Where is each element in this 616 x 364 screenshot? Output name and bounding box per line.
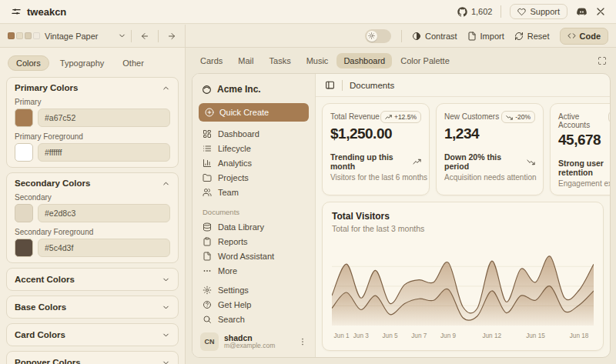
header-divider <box>342 80 343 91</box>
app-header: tweakcn 1,602 Support <box>0 0 616 24</box>
fullscreen-button[interactable] <box>596 55 608 67</box>
sidebar-item-word-assistant[interactable]: Word Assistant <box>199 249 309 263</box>
toggle-knob <box>367 31 377 42</box>
dashboard-preview: Acme Inc. Quick Create Dashboard Li <box>192 73 611 358</box>
primary-colors-title: Primary Colors <box>15 83 78 92</box>
primary-color-input[interactable] <box>38 109 170 127</box>
tab-music[interactable]: Music <box>300 53 336 68</box>
bar-chart-icon <box>203 159 212 168</box>
sidebar-item-team[interactable]: Team <box>199 185 309 199</box>
sidebar-item-label: Search <box>218 315 245 324</box>
github-stars-button[interactable]: 1,602 <box>457 7 493 17</box>
search-icon <box>203 315 212 324</box>
secondary-foreground-field-label: Secondary Foreground <box>15 228 170 236</box>
user-email: m@example.com <box>224 342 293 349</box>
sidebar-item-more[interactable]: More <box>199 263 309 278</box>
x-twitter-icon[interactable] <box>596 7 605 16</box>
trending-up-icon <box>413 158 421 166</box>
primary-foreground-color-input[interactable] <box>38 143 170 162</box>
sidebar-item-lifecycle[interactable]: Lifecycle <box>199 141 309 155</box>
tab-cards[interactable]: Cards <box>193 53 229 68</box>
secondary-foreground-color-input[interactable] <box>38 239 170 257</box>
base-colors-title: Base Colors <box>15 302 66 312</box>
quick-create-button[interactable]: Quick Create <box>199 103 309 122</box>
card-colors-header[interactable]: Card Colors <box>15 330 170 339</box>
base-colors-header[interactable]: Base Colors <box>15 302 170 312</box>
tab-typography[interactable]: Typography <box>52 56 112 70</box>
gear-icon <box>203 286 212 295</box>
import-button[interactable]: Import <box>467 32 504 41</box>
header-divider <box>500 5 501 18</box>
next-theme-button[interactable] <box>163 28 180 44</box>
org-logo-icon <box>202 85 212 95</box>
sidebar-item-get-help[interactable]: Get Help <box>199 297 309 312</box>
tab-color-palette[interactable]: Color Palette <box>393 53 457 68</box>
support-button[interactable]: Support <box>510 4 567 19</box>
sidebar-item-label: More <box>218 266 237 276</box>
tab-dashboard[interactable]: Dashboard <box>336 53 392 68</box>
dark-mode-toggle[interactable] <box>365 29 391 43</box>
chevron-down-icon <box>162 331 170 339</box>
chevron-down-icon <box>162 276 170 284</box>
trending-down-icon <box>527 158 535 166</box>
logo[interactable]: tweakcn <box>11 6 66 18</box>
code-button[interactable]: Code <box>560 28 609 45</box>
breadcrumb: Documents <box>350 81 394 90</box>
accent-colors-section: Accent Colors <box>6 268 179 291</box>
sidebar-footer: Settings Get Help Search CN <box>199 282 309 351</box>
tab-colors[interactable]: Colors <box>8 55 49 71</box>
contrast-button[interactable]: Contrast <box>412 32 457 41</box>
previous-theme-button[interactable] <box>136 28 153 44</box>
popover-colors-header[interactable]: Popover Colors <box>15 358 170 364</box>
secondary-colors-header[interactable]: Secondary Colors <box>15 179 170 188</box>
theme-swatch-3 <box>25 32 32 39</box>
dashboard-sidebar: Acme Inc. Quick Create Dashboard Li <box>192 74 316 357</box>
theme-selector[interactable]: Vintage Paper <box>0 25 186 47</box>
sidebar-item-label: Team <box>218 188 239 197</box>
users-icon <box>203 188 212 197</box>
sidebar-item-label: Word Assistant <box>218 252 274 261</box>
secondary-color-swatch[interactable] <box>15 204 33 222</box>
sidebar-toggle-icon[interactable] <box>325 80 335 90</box>
card-colors-title: Card Colors <box>15 330 65 339</box>
help-circle-icon <box>203 300 212 309</box>
sidebar-item-analytics[interactable]: Analytics <box>199 155 309 170</box>
sidebar-item-data-library[interactable]: Data Library <box>199 219 309 234</box>
trend-badge: +12.5% <box>380 111 421 123</box>
sidebar-item-projects[interactable]: Projects <box>199 170 309 185</box>
reset-button[interactable]: Reset <box>514 32 550 41</box>
import-label: Import <box>480 32 504 41</box>
toolbar-divider <box>131 30 132 42</box>
stat-value: 1,234 <box>444 125 535 142</box>
sidebar-item-settings[interactable]: Settings <box>199 282 309 297</box>
folder-icon <box>203 173 212 182</box>
sidebar-item-label: Projects <box>218 173 249 182</box>
primary-foreground-color-swatch[interactable] <box>15 143 33 162</box>
chart-area: Jun 1Jun 3Jun 5Jun 7Jun 9Jun 12Jun 15Jun… <box>332 238 594 348</box>
support-label: Support <box>530 7 560 16</box>
tab-other[interactable]: Other <box>115 56 152 70</box>
discord-icon[interactable] <box>576 6 588 18</box>
primary-colors-header[interactable]: Primary Colors <box>15 83 170 92</box>
sidebar-item-reports[interactable]: Reports <box>199 234 309 249</box>
stat-value: $1,250.00 <box>330 125 421 142</box>
more-vertical-icon <box>298 337 307 346</box>
github-icon <box>457 7 467 17</box>
tab-mail[interactable]: Mail <box>231 53 260 68</box>
dashboard-main: Documents Total Revenue +12.5% $1,250.00 <box>316 74 610 357</box>
svg-text:Jun 9: Jun 9 <box>440 332 457 339</box>
user-menu[interactable]: CN shadcn m@example.com <box>199 331 309 351</box>
tweakcn-logo-icon <box>10 6 22 17</box>
primary-color-swatch[interactable] <box>15 109 33 127</box>
sidebar-item-dashboard[interactable]: Dashboard <box>199 126 309 141</box>
secondary-color-input[interactable] <box>38 204 170 222</box>
sidebar-item-search[interactable]: Search <box>199 312 309 326</box>
arrow-right-icon <box>167 32 176 41</box>
sidebar-item-label: Lifecycle <box>218 144 251 153</box>
org-switcher[interactable]: Acme Inc. <box>199 81 309 98</box>
accent-colors-header[interactable]: Accent Colors <box>15 275 170 284</box>
svg-text:Jun 3: Jun 3 <box>353 332 370 339</box>
secondary-foreground-color-swatch[interactable] <box>15 239 33 257</box>
tab-tasks[interactable]: Tasks <box>263 53 298 68</box>
stat-card-total-revenue: Total Revenue +12.5% $1,250.00 Trending … <box>322 103 430 195</box>
